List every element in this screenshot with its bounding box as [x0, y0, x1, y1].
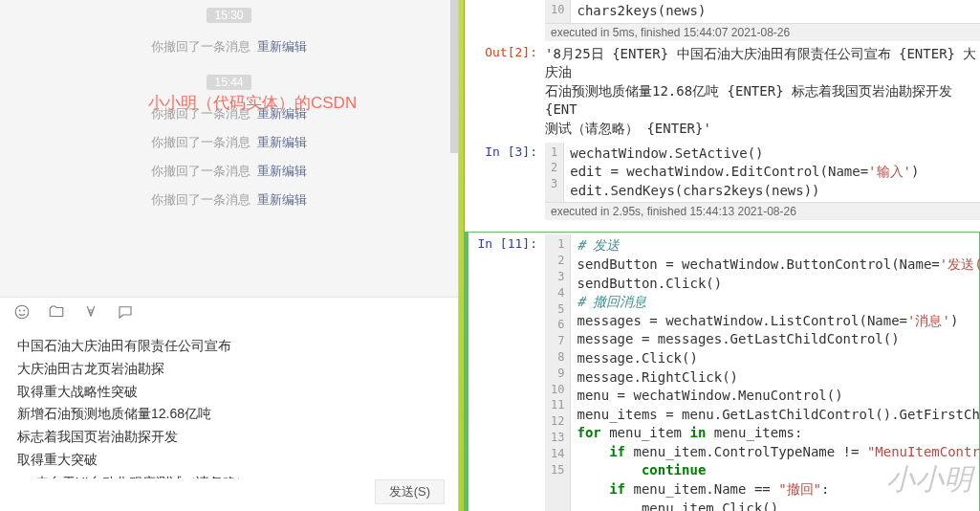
- compose-line: 取得重大战略性突破: [17, 381, 441, 404]
- code-editor[interactable]: # 发送sendButton = wechatWindow.ButtonCont…: [571, 234, 980, 511]
- prompt: [468, 0, 545, 41]
- screenshot-icon[interactable]: [82, 303, 99, 321]
- code-editor[interactable]: wechatWindow.SetActive()edit = wechatWin…: [564, 143, 925, 203]
- notebook: 10 chars2keys(news) executed in 5ms, fin…: [468, 0, 980, 511]
- file-icon[interactable]: [48, 303, 65, 321]
- line-number: 10: [545, 0, 571, 23]
- re-edit-link[interactable]: 重新编辑: [257, 192, 307, 207]
- send-row: 发送(S): [0, 478, 458, 511]
- emoji-icon[interactable]: [13, 303, 31, 321]
- re-edit-link[interactable]: 重新编辑: [257, 135, 307, 149]
- chat-history-icon[interactable]: [117, 303, 134, 321]
- input-cell-11[interactable]: In [11]: 123456789101112131415 # 发送sendB…: [464, 232, 980, 511]
- chat-history: 15:30 你撤回了一条消息 重新编辑 15:44 你撤回了一条消息 重新编辑 …: [0, 0, 458, 297]
- code-line: chars2keys(news): [571, 0, 711, 23]
- svg-point-3: [90, 309, 93, 312]
- code-fragment: 10 chars2keys(news) executed in 5ms, fin…: [468, 0, 980, 41]
- recalled-message: 你撤回了一条消息 重新编辑: [0, 163, 458, 180]
- recalled-message: 你撤回了一条消息 重新编辑: [0, 38, 458, 56]
- time-badge: 15:30: [207, 8, 250, 23]
- input-cell-3[interactable]: In [3]: 123 wechatWindow.SetActive()edit…: [468, 143, 980, 221]
- time-badge: 15:44: [207, 75, 250, 90]
- editor-toolbar: [0, 297, 458, 325]
- output-cell: Out[2]: '8月25日 {ENTER} 中国石油大庆油田有限责任公司宣布 …: [468, 43, 980, 141]
- re-edit-link[interactable]: 重新编辑: [257, 164, 307, 178]
- recalled-message: 你撤回了一条消息 重新编辑: [0, 134, 458, 151]
- wechat-panel: 15:30 你撤回了一条消息 重新编辑 15:44 你撤回了一条消息 重新编辑 …: [0, 0, 459, 511]
- in-prompt: In [3]:: [468, 143, 545, 221]
- recall-text: 你撤回了一条消息: [151, 164, 250, 178]
- output-text: '8月25日 {ENTER} 中国石油大庆油田有限责任公司宣布 {ENTER} …: [545, 43, 980, 141]
- execution-status: executed in 2.95s, finished 15:44:13 202…: [545, 202, 980, 220]
- recall-text: 你撤回了一条消息: [151, 39, 250, 54]
- recalled-message: 你撤回了一条消息 重新编辑: [0, 191, 458, 209]
- line-gutter: 123456789101112131415: [545, 234, 571, 511]
- compose-input[interactable]: 中国石油大庆油田有限责任公司宣布 大庆油田古龙页岩油勘探 取得重大战略性突破 新…: [0, 325, 458, 478]
- in-prompt: In [11]:: [468, 234, 545, 511]
- compose-line: 新增石油预测地质储量12.68亿吨: [17, 403, 441, 426]
- recall-text: 你撤回了一条消息: [151, 135, 250, 149]
- compose-line: 中国石油大庆油田有限责任公司宣布: [17, 335, 441, 358]
- execution-status: executed in 5ms, finished 15:44:07 2021-…: [545, 23, 980, 41]
- recall-text: 你撤回了一条消息: [151, 192, 250, 207]
- recall-text: 你撤回了一条消息: [151, 106, 250, 121]
- notebook-panel: 10 chars2keys(news) executed in 5ms, fin…: [459, 0, 980, 511]
- compose-line: 取得重大突破: [17, 449, 441, 472]
- compose-line: 大庆油田古龙页岩油勘探: [17, 358, 441, 381]
- line-gutter: 123: [545, 143, 564, 203]
- scrollbar-thumb[interactable]: [450, 0, 458, 153]
- compose-line: ----来自于UI自动化程序测试（请忽略）: [17, 472, 441, 478]
- re-edit-link[interactable]: 重新编辑: [257, 106, 307, 121]
- re-edit-link[interactable]: 重新编辑: [257, 39, 307, 54]
- recalled-message: 你撤回了一条消息 重新编辑: [0, 105, 458, 122]
- out-prompt: Out[2]:: [468, 43, 545, 141]
- send-button[interactable]: 发送(S): [375, 479, 445, 504]
- svg-point-1: [19, 310, 20, 311]
- svg-point-2: [24, 310, 25, 311]
- svg-point-0: [15, 305, 29, 319]
- compose-line: 标志着我国页岩油勘探开发: [17, 426, 441, 449]
